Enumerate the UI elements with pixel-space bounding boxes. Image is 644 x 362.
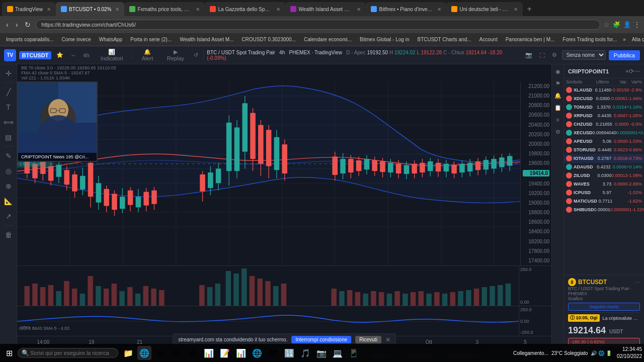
target-tool[interactable]: ◎: [2, 164, 16, 178]
right-tool-2[interactable]: ⚑: [553, 78, 563, 88]
taskbar-icon-word[interactable]: 📝: [218, 346, 232, 360]
bookmark-2[interactable]: Come invece: [60, 36, 93, 43]
watchlist-item-xlausd[interactable]: XLAUSD 0.11480 -0.00150 -2.9%: [564, 86, 644, 95]
taskbar-icon-chrome2[interactable]: 🌐: [250, 346, 264, 360]
bookmark-13[interactable]: Alta consiglie: [630, 36, 644, 43]
taskbar-icon-ppt[interactable]: 📊: [234, 346, 248, 360]
cursor-tool[interactable]: ✛: [2, 66, 16, 80]
settings-button[interactable]: ⚙: [550, 51, 559, 59]
bookmark-12[interactable]: Forex Trading tools for...: [560, 36, 619, 43]
taskbar-icon-app1[interactable]: 📱: [347, 346, 361, 360]
forward-button[interactable]: ›: [14, 20, 20, 30]
measure-tool[interactable]: ⟺: [2, 115, 16, 129]
watchlist-item-waves[interactable]: WAVES 3.73 0.0000 -2.89%: [564, 180, 644, 189]
more-options-icon[interactable]: ⋮: [634, 21, 640, 28]
taskbar-icon-camera[interactable]: 📷: [314, 346, 329, 360]
timeframe-display[interactable]: 4h: [81, 51, 91, 59]
panel-more-button[interactable]: ⋯: [634, 68, 640, 75]
stop-sharing-button[interactable]: Interrompi condivisione: [291, 336, 351, 343]
tab-close-3[interactable]: ✕: [196, 7, 200, 12]
taskbar-icon-music[interactable]: 🎵: [298, 346, 312, 360]
bookmark-9[interactable]: BTCUSDT Charts and...: [415, 36, 473, 43]
watchlist-item-xecusd[interactable]: XECUSD 0.00694040 0.0000001 +0.25%: [564, 129, 644, 137]
systray-icons-button[interactable]: 🔊 🌐 🔋: [591, 350, 612, 356]
watchlist-item-xrpusd[interactable]: XRPUSD 0.4435 0.0047 -1.05%: [564, 112, 644, 120]
panel-sync-button[interactable]: ⟳: [629, 68, 634, 75]
taskbar-clock[interactable]: 12:34:45 02/10/2022: [617, 346, 642, 360]
tab-close-7[interactable]: ✕: [514, 7, 518, 12]
bookmarks-more[interactable]: »: [623, 37, 626, 42]
right-tool-1[interactable]: ◉: [553, 66, 563, 76]
notification-close-button[interactable]: ✕: [385, 336, 390, 343]
bookmark-11[interactable]: Panoramica ben | M...: [504, 36, 557, 43]
taskbar-icon-mail[interactable]: ✉: [153, 346, 168, 360]
watchlist-item-apeusd[interactable]: APEUSD 5.06 0.0000 -1.03%: [564, 137, 644, 146]
reload-button[interactable]: ↻: [23, 20, 33, 30]
watchlist-item-adausd[interactable]: ADAUSD 0.4232 0.0006 +0.14%: [564, 163, 644, 171]
taskbar-icon-settings[interactable]: ⚙: [186, 346, 200, 360]
received-button[interactable]: Ricevuti: [355, 336, 381, 343]
tab-close-1[interactable]: ✕: [47, 7, 51, 12]
tab-tradingview[interactable]: TradingView ✕: [2, 2, 56, 16]
taskbar-icon-excel[interactable]: 📊: [202, 346, 216, 360]
alert-button[interactable]: 🔔 Alert: [136, 48, 159, 62]
tab-btcusdt[interactable]: BTCUSDT • 0.02% ✕: [56, 2, 124, 16]
tab-close-2[interactable]: ✕: [115, 7, 119, 12]
extension-icon[interactable]: 🧩: [613, 21, 620, 28]
taskbar-icon-calc[interactable]: 🔢: [282, 346, 296, 360]
taskbar-icon-maps[interactable]: 🗺: [266, 346, 280, 360]
right-tool-4[interactable]: 📋: [553, 103, 563, 113]
tab-close-5[interactable]: ✕: [357, 7, 361, 12]
pencil-tool[interactable]: ✎: [2, 149, 16, 163]
tab-bitfinex[interactable]: Bitfinex • Piano d'investiment... ✕: [366, 2, 446, 16]
ruler-tool[interactable]: 📐: [2, 194, 16, 208]
profile-icon[interactable]: 👤: [623, 21, 631, 28]
tab-uni[interactable]: Uni deutsche beli - Ricerca... ✕: [446, 2, 523, 16]
right-tool-6[interactable]: ⚙: [553, 127, 563, 137]
watchlist-item-iotausd[interactable]: IOTAUSD 0.2767 0.0018 -0.73%: [564, 154, 644, 163]
watchlist-item-zilusd[interactable]: ZILUSD 0.0300 0.00013 -1.08%: [564, 171, 644, 180]
publish-button[interactable]: Pubblica: [609, 50, 640, 60]
tab-close-4[interactable]: ✕: [276, 7, 280, 12]
bookmark-10[interactable]: Account: [477, 36, 500, 43]
indicators-button[interactable]: 📊 Indicatori: [95, 48, 129, 62]
back-button[interactable]: ‹: [4, 20, 11, 30]
taskbar-search-input[interactable]: [18, 348, 118, 358]
right-tool-3[interactable]: 🔔: [553, 90, 563, 101]
start-button[interactable]: ⊞: [2, 346, 17, 360]
bookmark-7[interactable]: Calendare economi...: [302, 36, 354, 43]
watchlist-item-shibusd[interactable]: SHIBUSD 0.00001 0.0000001 -1.22%: [564, 206, 644, 214]
new-tab-button[interactable]: +: [523, 5, 535, 14]
bookmark-4[interactable]: Porta in serie (2)...: [128, 36, 174, 43]
watchlist-item-xdcusd[interactable]: XDCUSD 0.0300 -0.00061 -1.94%: [564, 95, 644, 103]
bookmark-1[interactable]: Imports copanabilis...: [4, 36, 56, 43]
watchlist-item-icpusd[interactable]: ICPUSD 5.97 -1.02%: [564, 189, 644, 197]
taskbar-icon-explorer[interactable]: 📁: [121, 346, 135, 360]
btc-more-button[interactable]: ⋯: [635, 280, 640, 285]
watchlist-item-tonusd[interactable]: TONUSD 1.3370 0.0154 +1.16%: [564, 103, 644, 112]
ticker-badge[interactable]: BTCUSDT: [19, 51, 52, 59]
bookmark-3[interactable]: WhatsApp: [97, 36, 124, 43]
delete-tool[interactable]: 🗑: [2, 228, 16, 242]
fullscreen-button[interactable]: ⛶: [537, 51, 547, 59]
bookmark-5[interactable]: Wealth Island Asset M...: [178, 36, 235, 43]
watchlist-button[interactable]: ⭐: [54, 51, 65, 59]
screenshot-button[interactable]: 📷: [523, 51, 534, 59]
arrow-tool[interactable]: ↗: [2, 209, 16, 223]
tab-close-6[interactable]: ✕: [437, 7, 441, 12]
compare-button[interactable]: ↔: [68, 51, 78, 59]
tab-gazzetta[interactable]: La Gazzetta dello Sport - Not... ✕: [205, 2, 285, 16]
bookmark-8[interactable]: Bitmex Global - Log in: [358, 36, 411, 43]
replay-button[interactable]: ▶ Replay: [162, 48, 189, 62]
pattern-tool[interactable]: ▤: [2, 130, 16, 144]
taskbar-icon-chrome[interactable]: 🌐: [137, 346, 151, 360]
line-tool[interactable]: ╱: [2, 85, 16, 99]
layout-selector[interactable]: Senza nome: [562, 50, 606, 60]
tab-fxmaths[interactable]: Fxmaths price tools, FCEVI ✕: [124, 2, 205, 16]
right-tool-5[interactable]: ≡: [553, 115, 563, 125]
taskbar-icon-terminal[interactable]: 💻: [331, 346, 345, 360]
btc-symbol[interactable]: BTCUSDT: [578, 279, 607, 286]
seguimi-button[interactable]: Seguimi Avvisi: [568, 303, 640, 311]
url-bar[interactable]: [36, 20, 600, 30]
watchlist-item-maticusd[interactable]: MATICUSD 0.7711 -1.62%: [564, 197, 644, 206]
